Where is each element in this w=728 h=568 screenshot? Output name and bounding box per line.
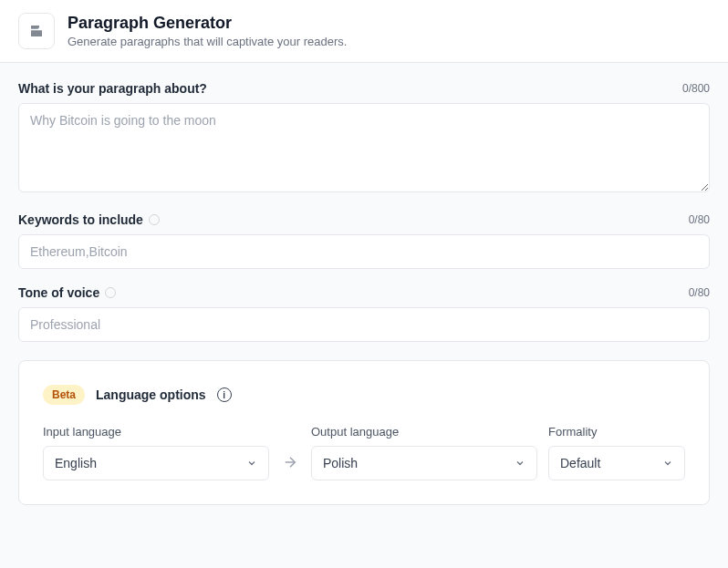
output-language-label: Output language xyxy=(311,425,537,439)
formality-select[interactable]: Default xyxy=(548,446,685,480)
about-textarea[interactable] xyxy=(18,103,710,192)
tone-field: Tone of voice 0/80 xyxy=(18,285,710,342)
formality-label: Formality xyxy=(548,425,685,439)
formality-col: Formality Default xyxy=(548,425,685,480)
form-content: What is your paragraph about? 0/800 Keyw… xyxy=(0,63,728,523)
header-text: Paragraph Generator Generate paragraphs … xyxy=(68,14,347,48)
tone-label: Tone of voice xyxy=(18,285,116,300)
page-subtitle: Generate paragraphs that will captivate … xyxy=(68,35,347,48)
input-language-select[interactable]: English xyxy=(43,446,269,480)
output-language-select[interactable]: Polish xyxy=(311,446,537,480)
keywords-label: Keywords to include xyxy=(18,212,160,227)
chevron-down-icon xyxy=(515,458,525,469)
info-icon[interactable]: i xyxy=(217,387,232,402)
app-icon xyxy=(18,13,55,49)
page-title: Paragraph Generator xyxy=(68,14,347,33)
chevron-down-icon xyxy=(246,458,257,469)
tone-input[interactable] xyxy=(18,307,710,342)
about-label: What is your paragraph about? xyxy=(18,81,207,96)
input-language-label: Input language xyxy=(43,425,269,439)
about-field: What is your paragraph about? 0/800 xyxy=(18,81,710,196)
output-language-col: Output language Polish xyxy=(311,425,537,480)
input-language-col: Input language English xyxy=(43,425,269,480)
beta-badge: Beta xyxy=(43,385,85,405)
chevron-down-icon xyxy=(662,458,673,469)
info-icon[interactable] xyxy=(149,214,160,225)
info-icon[interactable] xyxy=(105,287,116,298)
about-counter: 0/800 xyxy=(682,82,710,95)
page-header: Paragraph Generator Generate paragraphs … xyxy=(0,0,728,63)
keywords-field: Keywords to include 0/80 xyxy=(18,212,710,269)
language-options-panel: Beta Language options i Input language E… xyxy=(18,360,710,505)
arrow-right-icon xyxy=(280,444,300,480)
language-options-title: Language options xyxy=(96,387,206,402)
keywords-input[interactable] xyxy=(18,234,710,269)
keywords-counter: 0/80 xyxy=(689,213,710,226)
tone-counter: 0/80 xyxy=(689,286,710,299)
